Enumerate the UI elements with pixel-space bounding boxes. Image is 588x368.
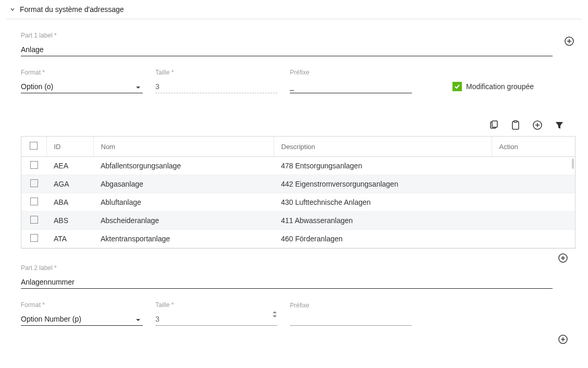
taille-caption: Taille * [155,69,277,76]
prefixe-caption: Préfixe [290,69,412,76]
header-id[interactable]: ID [46,137,93,157]
cell-id: AGA [46,175,93,193]
filter-button[interactable] [554,119,565,131]
table-row[interactable]: AGA Abgasanlage 442 Eigenstromversorgung… [21,175,575,193]
cell-description: 430 Lufttechnische Anlagen [274,193,492,212]
group-modification-label: Modification groupée [466,82,534,91]
cell-nom: Abscheideranlage [93,212,274,230]
prefixe-input[interactable]: _ [290,80,412,93]
table-row[interactable]: AEA Abfallentsorgungsanlage 478 Entsorgu… [21,157,575,175]
row-checkbox[interactable] [30,161,38,169]
section-header[interactable]: Format du système d'adressage [6,0,582,19]
part2-format-caption: Format * [21,301,143,309]
add-row-button[interactable] [532,119,543,131]
format-caption: Format * [21,69,143,76]
add-part2-button[interactable] [557,252,569,264]
table-toolbar [21,119,575,131]
options-table: ID Nom Description Action AEA Abfallents… [21,136,575,249]
cell-id: AEA [46,157,93,175]
cell-id: ABS [46,212,93,230]
part2-label-input[interactable]: Anlagennummer [21,276,553,289]
add-part-button[interactable] [563,35,575,47]
section-title: Format du système d'adressage [20,5,124,14]
format-select[interactable]: Option (o) [21,80,143,93]
svg-rect-2 [492,121,497,127]
row-checkbox[interactable] [30,179,38,187]
paste-button[interactable] [510,119,521,131]
part2-taille-input[interactable]: 3 [155,313,277,326]
cell-description: 478 Entsorgungsanlagen [274,157,492,175]
header-nom[interactable]: Nom [93,137,274,157]
select-all-checkbox[interactable] [30,142,38,150]
part1-label-caption: Part 1 label * [21,32,553,39]
taille-input[interactable]: 3 [155,80,277,93]
part2-prefixe-caption: Préfixe [290,302,412,309]
part1-label-input[interactable]: Anlage [21,43,553,56]
group-modification-toggle[interactable]: Modification groupée [452,82,575,93]
checkbox-checked-icon [452,82,462,91]
stepper-down-icon[interactable] [272,315,277,318]
stepper-up-icon[interactable] [272,311,277,314]
cell-nom: Abluftanlage [93,193,274,212]
cell-action [492,157,575,175]
chevron-down-icon [9,6,16,13]
cell-nom: Aktentransportanlage [93,230,274,248]
quantity-stepper[interactable] [272,311,277,318]
cell-action [492,230,575,248]
table-row[interactable]: ATA Aktentransportanlage 460 Förderanlag… [21,230,575,248]
cell-id: ABA [46,193,93,212]
part2-format-select[interactable]: Option Number (p) [21,313,143,326]
dropdown-icon [136,315,141,323]
header-description[interactable]: Description [274,137,492,157]
cell-nom: Abfallentsorgungsanlage [93,157,274,175]
row-checkbox[interactable] [30,216,38,224]
cell-description: 460 Förderanlagen [274,230,492,248]
copy-button[interactable] [488,119,499,131]
table-row[interactable]: ABS Abscheideranlage 411 Abwasseranlagen [21,212,575,230]
cell-description: 411 Abwasseranlagen [274,212,492,230]
cell-nom: Abgasanlage [93,175,274,193]
dropdown-icon [136,82,141,91]
cell-action [492,193,575,212]
row-checkbox[interactable] [30,198,38,205]
cell-description: 442 Eigenstromversorgungsanlagen [274,175,492,193]
part2-taille-caption: Taille * [155,301,277,309]
row-checkbox[interactable] [30,234,38,242]
part2-label-caption: Part 2 label * [21,264,553,272]
cell-action [492,175,575,193]
table-header-row: ID Nom Description Action [21,137,575,157]
add-part3-button[interactable] [557,333,569,346]
part2-prefixe-input[interactable] [290,313,412,326]
header-action[interactable]: Action [492,137,575,157]
svg-rect-4 [514,121,517,122]
cell-id: ATA [46,230,93,248]
table-row[interactable]: ABA Abluftanlage 430 Lufttechnische Anla… [21,193,575,212]
cell-action [492,212,575,230]
scrollbar-thumb[interactable] [572,158,574,169]
